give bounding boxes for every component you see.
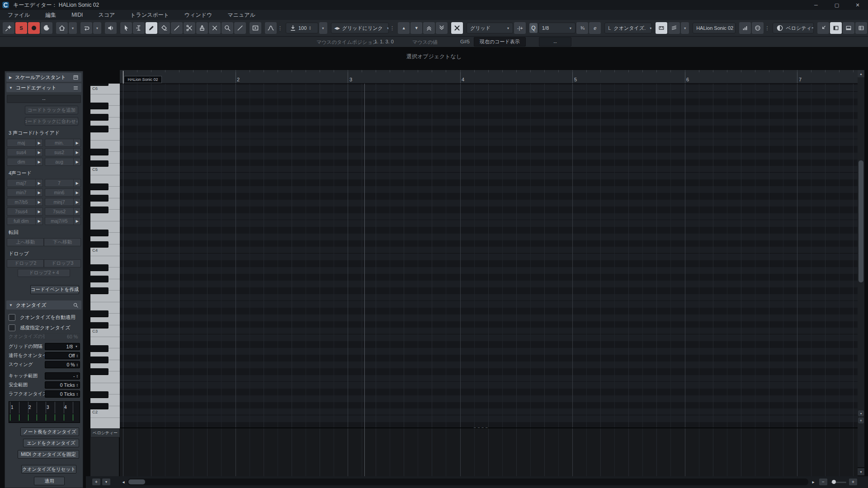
quantize-ends-button[interactable]: エンドをクオンタイズ	[23, 439, 79, 447]
quantize-badge[interactable]: Q	[529, 23, 537, 33]
acoustic-feedback-icon[interactable]	[105, 22, 117, 34]
horizontal-scrollbar[interactable]	[127, 479, 808, 485]
snap-type-dropdown[interactable]: グリッド▼	[467, 23, 513, 33]
section-scale-assistant[interactable]: ▶ スケールアシスタント	[6, 73, 81, 82]
chord-button-minj7[interactable]: minj7▶	[45, 198, 81, 206]
grid-plusminus-button[interactable]: -|+	[514, 22, 526, 34]
part-home-icon[interactable]	[56, 22, 68, 34]
piano-key-black[interactable]	[90, 368, 108, 375]
glue-tool-button[interactable]	[196, 22, 208, 34]
length-quantize-dropdown[interactable]: L クオンタイズ. ▼	[604, 23, 652, 33]
chord-button-maj[interactable]: maj▶	[7, 139, 43, 147]
scroll-right-button[interactable]: ▸	[810, 479, 816, 485]
window-layout-setup-icon[interactable]	[855, 22, 867, 34]
chord-button-maj7[interactable]: maj7▶	[7, 179, 43, 187]
controller-lane-presets-button[interactable]: ▼	[102, 479, 110, 485]
note-grid[interactable]	[120, 84, 858, 428]
menu-file[interactable]: ファイル	[0, 10, 38, 20]
piano-key-black[interactable]	[90, 126, 108, 132]
mute-tool-button[interactable]	[209, 22, 221, 34]
trim-tool-button[interactable]	[133, 22, 145, 34]
menu-midi[interactable]: MIDI	[64, 10, 90, 20]
cubase-app-icon[interactable]	[2, 2, 9, 9]
midi-input-icon[interactable]	[752, 22, 764, 34]
draw-tool-button[interactable]	[146, 22, 157, 34]
piano-key-black[interactable]	[90, 287, 108, 294]
curve-display-button[interactable]	[265, 22, 277, 34]
menu-edit[interactable]: 編集	[38, 10, 64, 20]
edit-active-part-button[interactable]	[668, 22, 680, 34]
nudge-down-button[interactable]: ▼	[410, 22, 422, 34]
create-chord-event-button[interactable]: コードイベントを作成	[30, 285, 79, 294]
insert-velocity-spinner[interactable]: ▴▾	[309, 26, 311, 30]
match-chord-track-button[interactable]: コードトラックに合わせる	[25, 117, 78, 126]
swing-field[interactable]: 0 %▴▾	[45, 361, 80, 368]
rough-quantize-field[interactable]: 0 Ticks▴▾	[45, 390, 80, 398]
move-up-button[interactable]: 上へ移動	[7, 238, 44, 246]
chord-button-fulldim[interactable]: full dim▶	[7, 217, 43, 225]
piano-key-white[interactable]	[90, 418, 120, 428]
chord-button-dim[interactable]: dim▶	[7, 158, 43, 166]
piano-key-black[interactable]	[90, 322, 108, 329]
tuplet-field[interactable]: Off▴▾	[45, 352, 80, 359]
menu-manual[interactable]: マニュアル	[220, 10, 263, 20]
chord-button-min7[interactable]: min7▶	[7, 188, 43, 197]
line-tool-button[interactable]	[234, 22, 246, 34]
chord-button-maj7s5[interactable]: maj7/#5▶	[45, 217, 81, 225]
piano-key-black[interactable]	[90, 114, 108, 121]
zoom-preset-plus-button[interactable]: +	[858, 418, 864, 423]
velocity-lane-tab[interactable]: ベロシティー	[90, 428, 120, 437]
controller-setup-icon[interactable]	[739, 22, 751, 34]
insert-velocity-value[interactable]: 100	[298, 25, 307, 31]
pin-icon[interactable]	[3, 22, 14, 34]
add-chord-track-button[interactable]: コードトラックを追加	[25, 106, 78, 114]
menu-transport[interactable]: トランスポート	[123, 10, 177, 20]
maximize-button[interactable]: ▢	[826, 0, 847, 10]
piano-key-black[interactable]	[90, 183, 108, 190]
midi-more-icon[interactable]: ⋮	[764, 25, 769, 31]
section-chord-edit[interactable]: ▼ コードエディット	[6, 83, 81, 92]
chord-button-sus2[interactable]: sus2▶	[45, 148, 81, 156]
scroll-down-button[interactable]: ▼	[858, 468, 864, 475]
quantize-preset-dropdown[interactable]: 1/8▼	[538, 23, 576, 33]
piano-key-black[interactable]	[90, 391, 108, 398]
piano-key-black[interactable]	[90, 310, 108, 317]
show-part-borders-button[interactable]	[656, 22, 667, 34]
vertical-scrollbar-thumb[interactable]	[859, 160, 863, 282]
event-colors-dropdown[interactable]: ベロシティー	[773, 23, 814, 33]
project-cursor[interactable]	[364, 84, 365, 476]
nudge-more-up-button[interactable]	[423, 22, 435, 34]
piano-key-black[interactable]	[90, 345, 108, 352]
nudge-up-button[interactable]: ▲	[398, 22, 410, 34]
left-zone-toggle-icon[interactable]	[830, 22, 842, 34]
piano-key-black[interactable]	[90, 264, 108, 271]
piano-key-black[interactable]	[90, 241, 108, 248]
trim-slash-tool-button[interactable]	[171, 22, 183, 34]
menu-window[interactable]: ウィンドウ	[177, 10, 220, 20]
scroll-up-button[interactable]: ▲	[858, 70, 864, 77]
strength-field[interactable]: 60 %	[45, 333, 80, 340]
scroll-left-button[interactable]: ◂	[120, 479, 127, 485]
record-in-editor-button[interactable]	[28, 22, 40, 34]
link-more-icon[interactable]: ⋮	[390, 25, 394, 31]
lane-resize-handle[interactable]: ‒ ‒ ‒ ‒	[474, 425, 488, 429]
piano-key-black[interactable]	[90, 149, 108, 155]
part-select-dropdown[interactable]: HALion Sonic 02▼	[693, 23, 736, 33]
quantize-panel-button[interactable]: e	[589, 22, 601, 34]
section-quantize[interactable]: ▼ クオンタイズ	[6, 300, 81, 310]
solo-editor-button[interactable]: S	[15, 22, 27, 34]
piano-key-black[interactable]	[90, 103, 108, 109]
select-tool-button[interactable]	[120, 22, 132, 34]
piano-key-black[interactable]	[90, 195, 108, 202]
timeline-ruler[interactable]: 2 3 4 5 6 7	[120, 70, 858, 84]
catch-range-field[interactable]: -▴▾	[45, 372, 80, 380]
lower-zone-toggle-icon[interactable]	[843, 22, 854, 34]
chord-button-7[interactable]: 7▶	[45, 179, 81, 187]
chord-button-7sus2[interactable]: 7sus2▶	[45, 207, 81, 216]
piano-key-black[interactable]	[90, 160, 108, 167]
close-button[interactable]: ✕	[847, 0, 868, 10]
horizontal-scrollbar-thumb[interactable]	[128, 479, 145, 484]
piano-key-black[interactable]	[90, 357, 108, 363]
open-in-lower-zone-icon[interactable]	[817, 22, 829, 34]
piano-key-black[interactable]	[90, 206, 108, 213]
